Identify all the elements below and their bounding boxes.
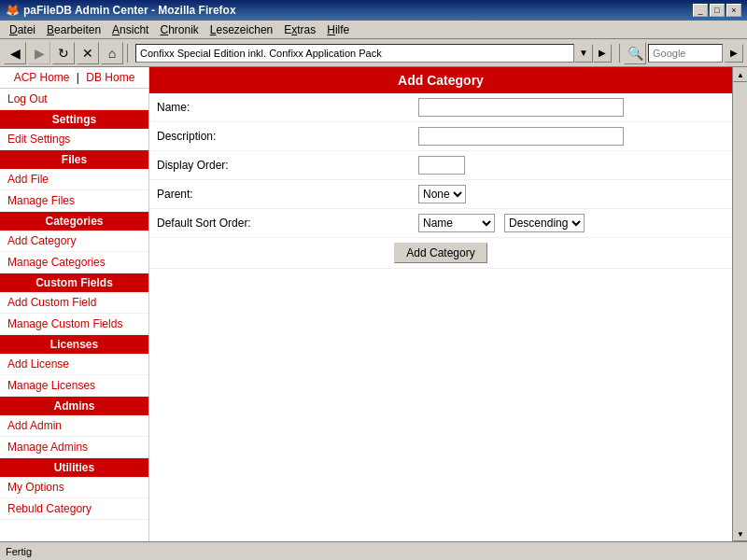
sidebar-acp-home[interactable]: ACP Home [10, 67, 74, 88]
sidebar-section-files: Files [0, 150, 148, 169]
window-titlebar: 🦊 paFileDB Admin Center - Mozilla Firefo… [0, 0, 747, 21]
statusbar: Fertig [0, 541, 747, 560]
close-button[interactable]: × [726, 4, 741, 17]
menu-datei[interactable]: Datei [4, 21, 41, 38]
scrollbar: ▲ ▼ [732, 67, 747, 541]
sidebar-section-licenses: Licenses [0, 335, 148, 354]
sidebar-top: ACP Home | DB Home [0, 67, 148, 89]
name-input[interactable] [418, 98, 624, 117]
sidebar: ACP Home | DB Home Log Out Settings Edit… [0, 67, 149, 541]
toolbar: ◀ ▶ ↻ ✕ ⌂ ▼ ▶ 🔍 ▶ [0, 39, 747, 67]
sidebar-logout[interactable]: Log Out [0, 89, 148, 110]
address-go-button[interactable]: ▶ [593, 44, 612, 63]
form-field-name [411, 93, 732, 122]
form-row-parent: Parent: None [149, 180, 732, 209]
address-input[interactable] [135, 44, 574, 63]
form-title: Add Category [149, 67, 732, 93]
form-field-description [411, 122, 732, 151]
stop-button[interactable]: ✕ [77, 42, 99, 64]
scroll-track[interactable] [733, 82, 747, 526]
address-bar: ▼ ▶ [135, 44, 612, 63]
title-text: paFileDB Admin Center - Mozilla Firefox [23, 4, 236, 17]
scroll-up-button[interactable]: ▲ [733, 67, 747, 82]
sidebar-section-custom-fields: Custom Fields [0, 273, 148, 292]
firefox-icon: 🦊 [6, 4, 20, 17]
form-label-description: Description: [149, 122, 411, 151]
address-dropdown[interactable]: ▼ [574, 44, 593, 63]
maximize-button[interactable]: □ [710, 4, 725, 17]
sidebar-manage-admins[interactable]: Manage Admins [0, 437, 148, 458]
search-engine-icon[interactable]: 🔍 [624, 42, 646, 64]
forward-button[interactable]: ▶ [28, 42, 50, 64]
form-row-submit: Add Category [149, 238, 732, 269]
add-category-button[interactable]: Add Category [394, 243, 486, 263]
sidebar-add-custom-field[interactable]: Add Custom Field [0, 292, 148, 314]
form-row-display-order: Display Order: [149, 151, 732, 180]
search-go-button[interactable]: ▶ [725, 44, 743, 63]
search-bar: 🔍 ▶ [624, 42, 743, 64]
home-button[interactable]: ⌂ [101, 42, 123, 64]
form-field-display-order [411, 151, 732, 180]
sidebar-manage-files[interactable]: Manage Files [0, 190, 148, 212]
parent-select[interactable]: None [418, 185, 466, 203]
sidebar-manage-categories[interactable]: Manage Categories [0, 252, 148, 273]
sidebar-add-admin[interactable]: Add Admin [0, 415, 148, 437]
sidebar-add-license[interactable]: Add License [0, 354, 148, 375]
form-label-name: Name: [149, 93, 411, 122]
display-order-input[interactable] [418, 156, 465, 175]
sidebar-add-file[interactable]: Add File [0, 169, 148, 190]
form-label-display-order: Display Order: [149, 151, 411, 180]
sidebar-manage-licenses[interactable]: Manage Licenses [0, 375, 148, 397]
main-area: ACP Home | DB Home Log Out Settings Edit… [0, 67, 747, 541]
sort-order-direction-select[interactable]: Descending Ascending [504, 214, 585, 232]
sidebar-section-admins: Admins [0, 397, 148, 415]
form-field-sort-order: Name Date Size Downloads Descending Asce… [411, 209, 732, 238]
window-title: 🦊 paFileDB Admin Center - Mozilla Firefo… [6, 4, 236, 17]
form-submit-cell: Add Category [149, 238, 732, 269]
back-button[interactable]: ◀ [4, 42, 26, 64]
status-text: Fertig [6, 546, 32, 557]
form-row-description: Description: [149, 122, 732, 151]
form-label-parent: Parent: [149, 180, 411, 209]
form-field-parent: None [411, 180, 732, 209]
sidebar-my-options[interactable]: My Options [0, 477, 148, 498]
menu-hilfe[interactable]: Hilfe [321, 21, 355, 38]
sidebar-section-settings: Settings [0, 110, 148, 129]
form-row-sort-order: Default Sort Order: Name Date Size Downl… [149, 209, 732, 238]
sidebar-edit-settings[interactable]: Edit Settings [0, 129, 148, 150]
menu-lesezeichen[interactable]: Lesezeichen [204, 21, 278, 38]
content-panel: Add Category Name: Description: Display … [149, 67, 732, 541]
sidebar-add-category[interactable]: Add Category [0, 231, 148, 252]
sidebar-section-categories: Categories [0, 212, 148, 231]
toolbar-separator [127, 44, 128, 63]
search-input[interactable] [648, 44, 723, 63]
menubar: Datei Bearbeiten Ansicht Chronik Lesezei… [0, 21, 747, 39]
sort-order-field-select[interactable]: Name Date Size Downloads [418, 214, 495, 232]
description-input[interactable] [418, 127, 624, 146]
menu-extras[interactable]: Extras [278, 21, 321, 38]
sidebar-db-home[interactable]: DB Home [82, 67, 138, 88]
sidebar-section-utilities: Utilities [0, 458, 148, 477]
menu-ansicht[interactable]: Ansicht [106, 21, 154, 38]
form-label-sort-order: Default Sort Order: [149, 209, 411, 238]
menu-bearbeiten[interactable]: Bearbeiten [41, 21, 106, 38]
sidebar-manage-custom-fields[interactable]: Manage Custom Fields [0, 314, 148, 335]
scroll-down-button[interactable]: ▼ [733, 526, 747, 541]
form-row-name: Name: [149, 93, 732, 122]
form-table: Name: Description: Display Order: Parent… [149, 93, 732, 269]
menu-chronik[interactable]: Chronik [154, 21, 204, 38]
refresh-button[interactable]: ↻ [52, 42, 75, 64]
sidebar-rebuild-category[interactable]: Rebuld Category [0, 498, 148, 520]
toolbar-separator-2 [619, 44, 620, 63]
minimize-button[interactable]: _ [693, 4, 708, 17]
window-controls: _ □ × [693, 4, 741, 17]
